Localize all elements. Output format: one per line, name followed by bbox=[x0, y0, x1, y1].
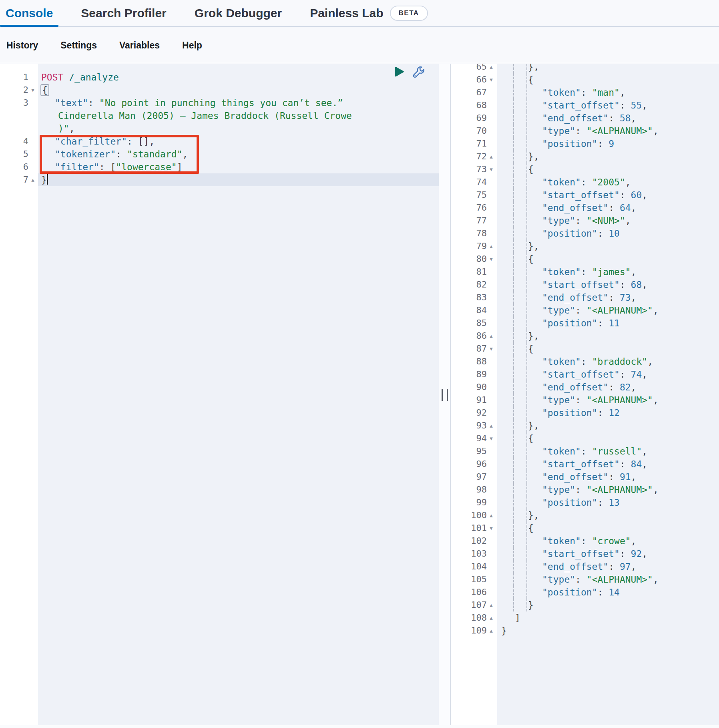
fold-open-icon[interactable]: ▾ bbox=[487, 522, 496, 535]
token-p: , bbox=[631, 472, 637, 482]
tab-grok-debugger[interactable]: Grok Debugger bbox=[189, 0, 287, 26]
fold-close-icon[interactable]: ▴ bbox=[487, 150, 496, 163]
token-k: "end_offset" bbox=[542, 203, 609, 213]
code-line-93: 93▴}, bbox=[451, 419, 719, 432]
code-line-94: 94▾{ bbox=[451, 432, 719, 445]
indent-guide bbox=[513, 419, 514, 432]
token-p: , bbox=[653, 574, 659, 585]
line-number: 81 bbox=[476, 265, 487, 278]
line-number: 101 bbox=[471, 522, 487, 535]
console-panes: 1POST /_analyze2▾{3"text": "No point in … bbox=[0, 64, 719, 726]
response-viewer[interactable]: 65▴},66▾{67"token": "man",68"start_offse… bbox=[451, 64, 719, 726]
indent-guide bbox=[526, 586, 527, 599]
token-p: , bbox=[653, 395, 659, 405]
menu-item-settings[interactable]: Settings bbox=[60, 40, 97, 51]
line-number: 94 bbox=[476, 432, 487, 445]
indent-guide bbox=[526, 176, 527, 189]
indent-guide bbox=[513, 394, 514, 406]
line-number: 65 bbox=[476, 64, 487, 73]
fold-open-icon[interactable]: ▾ bbox=[487, 73, 496, 86]
wrench-menu-button[interactable] bbox=[412, 66, 424, 78]
token-p: }, bbox=[528, 420, 539, 431]
token-p: : bbox=[620, 549, 631, 559]
code-line-82: 82"start_offset": 68, bbox=[451, 278, 719, 291]
request-editor[interactable]: 1POST /_analyze2▾{3"text": "No point in … bbox=[0, 64, 439, 726]
tab-painless-lab[interactable]: Painless Lab BETA bbox=[304, 0, 433, 26]
indent-guide bbox=[513, 586, 514, 599]
menu-item-help[interactable]: Help bbox=[182, 40, 202, 51]
fold-close-icon[interactable]: ▴ bbox=[28, 173, 37, 186]
token-n: 68 bbox=[631, 280, 642, 290]
indent-guide bbox=[513, 73, 514, 86]
token-p: : bbox=[609, 382, 620, 392]
code-line-73: 73▾{ bbox=[451, 163, 719, 176]
code-line-2: 2▾{ bbox=[0, 84, 439, 97]
indent-guide bbox=[513, 291, 514, 304]
code-line-74: 74"token": "2005", bbox=[451, 176, 719, 189]
tab-search-profiler[interactable]: Search Profiler bbox=[75, 0, 172, 26]
fold-close-icon[interactable]: ▴ bbox=[487, 611, 496, 624]
line-number: 1 bbox=[23, 71, 28, 84]
menu-item-variables[interactable]: Variables bbox=[119, 40, 160, 51]
menu-item-history[interactable]: History bbox=[6, 40, 38, 51]
line-number: 104 bbox=[471, 560, 487, 573]
code-line-69: 69"end_offset": 58, bbox=[451, 112, 719, 125]
token-k: "position" bbox=[542, 139, 597, 149]
token-p: : bbox=[581, 87, 592, 98]
fold-close-icon[interactable]: ▴ bbox=[487, 509, 496, 522]
token-s: )" bbox=[58, 123, 69, 134]
indent-guide bbox=[526, 240, 527, 253]
indent-guide bbox=[513, 381, 514, 394]
fold-open-icon[interactable]: ▾ bbox=[487, 432, 496, 445]
indent-guide bbox=[526, 445, 527, 458]
indent-guide bbox=[513, 509, 514, 522]
tab-console-label: Console bbox=[6, 6, 53, 20]
token-s: "2005" bbox=[592, 177, 625, 187]
indent-guide bbox=[526, 432, 527, 445]
indent-guide bbox=[513, 599, 514, 611]
line-number: 88 bbox=[476, 355, 487, 368]
fold-close-icon[interactable]: ▴ bbox=[487, 419, 496, 432]
token-s: "braddock" bbox=[592, 356, 647, 367]
line-number: 75 bbox=[476, 189, 487, 201]
fold-open-icon[interactable]: ▾ bbox=[28, 84, 37, 97]
token-p: , bbox=[653, 126, 659, 136]
tab-console[interactable]: Console bbox=[0, 0, 58, 26]
fold-close-icon[interactable]: ▴ bbox=[487, 330, 496, 342]
fold-close-icon[interactable]: ▴ bbox=[487, 624, 496, 637]
send-request-button[interactable] bbox=[393, 66, 405, 78]
line-number: 80 bbox=[476, 253, 487, 265]
token-p: : bbox=[620, 190, 631, 200]
line-number: 74 bbox=[476, 176, 487, 189]
indent-guide bbox=[526, 547, 527, 560]
fold-open-icon[interactable]: ▾ bbox=[487, 342, 496, 355]
fold-close-icon[interactable]: ▴ bbox=[487, 599, 496, 611]
indent-guide bbox=[513, 64, 514, 73]
fold-open-icon[interactable]: ▾ bbox=[487, 253, 496, 265]
code-line-88: 88"token": "braddock", bbox=[451, 355, 719, 368]
line-number: 99 bbox=[476, 496, 487, 509]
indent-guide bbox=[526, 483, 527, 496]
request-code[interactable]: 1POST /_analyze2▾{3"text": "No point in … bbox=[0, 64, 439, 186]
line-number: 84 bbox=[476, 304, 487, 317]
token-p: : bbox=[597, 497, 609, 508]
fold-close-icon[interactable]: ▴ bbox=[487, 64, 496, 73]
line-number: 106 bbox=[471, 586, 487, 599]
pane-resizer[interactable] bbox=[439, 64, 451, 726]
indent-guide bbox=[526, 573, 527, 586]
token-p: : bbox=[597, 408, 609, 418]
line-number: 71 bbox=[476, 137, 487, 150]
token-p: { bbox=[528, 433, 534, 444]
fold-close-icon[interactable]: ▴ bbox=[487, 240, 496, 253]
token-p: : bbox=[620, 459, 631, 469]
indent-guide bbox=[513, 330, 514, 342]
fold-open-icon[interactable]: ▾ bbox=[487, 163, 496, 176]
token-p: , bbox=[631, 113, 637, 123]
code-line-90: 90"end_offset": 82, bbox=[451, 381, 719, 394]
token-n: 64 bbox=[620, 203, 631, 213]
code-line-81: 81"token": "james", bbox=[451, 265, 719, 278]
token-p: ] bbox=[177, 162, 183, 172]
indent-guide bbox=[513, 125, 514, 137]
token-p: , bbox=[642, 369, 647, 380]
text-cursor bbox=[47, 174, 48, 185]
